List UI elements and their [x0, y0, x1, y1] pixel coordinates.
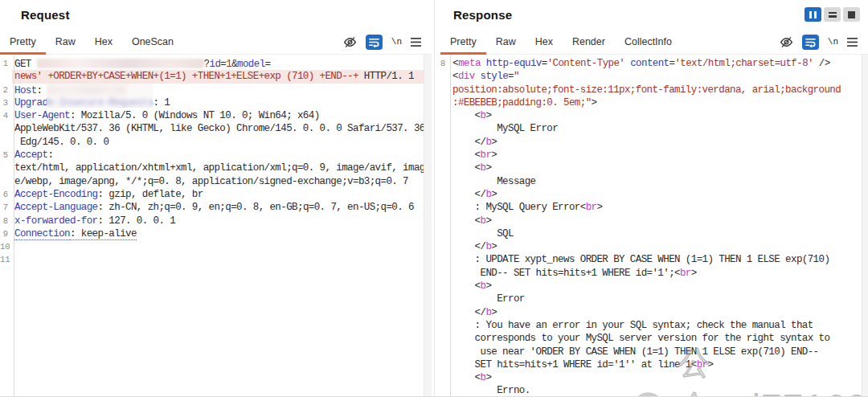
code-line[interactable]: <b> [440, 371, 868, 384]
gutter-divider [450, 55, 451, 396]
redacted-text [37, 59, 204, 68]
code-line[interactable]: SQL [440, 227, 868, 240]
layout-rows-button[interactable] [824, 7, 841, 22]
newline-icon[interactable]: \n [391, 37, 402, 47]
hide-icon[interactable] [343, 36, 357, 48]
newline-icon[interactable]: \n [828, 37, 838, 47]
request-scrollbar[interactable] [424, 55, 432, 396]
line-number: 7 [0, 201, 12, 214]
code-line[interactable]: MySQL Error [440, 122, 868, 135]
response-scrollbar[interactable] [862, 55, 868, 396]
line-number: 10 [0, 240, 14, 253]
menu-icon[interactable] [411, 38, 421, 47]
response-panel-title: Response [453, 8, 512, 22]
layout-columns-button[interactable] [805, 7, 821, 22]
tab-raw[interactable]: Raw [486, 29, 526, 54]
code-line[interactable]: corresponds to your MySQL server version… [440, 332, 868, 345]
line-number [0, 122, 12, 135]
code-line[interactable]: e/webp, image/apng, */*;q=0. 8, applicat… [0, 175, 424, 188]
code-line[interactable]: <br> [440, 149, 868, 162]
tab-raw[interactable]: Raw [46, 29, 85, 54]
code-line[interactable]: 8<meta http-equiv='Content-Type' content… [440, 57, 868, 70]
tab-render[interactable]: Render [563, 29, 615, 54]
redaction-blur [47, 84, 153, 108]
line-number [440, 70, 448, 83]
code-line[interactable]: Error [440, 293, 868, 305]
request-panel: Request Pretty Raw Hex OneScan \n 1GET ?… [0, 0, 432, 396]
code-line[interactable]: 5Accept: [0, 149, 424, 162]
code-line[interactable]: <b> [440, 280, 868, 293]
code-line[interactable]: 7Accept-Language: zh-CN, zh;q=0. 9, en;q… [0, 201, 424, 214]
line-number [440, 109, 448, 122]
response-view-icons: \n [780, 29, 858, 55]
response-editor[interactable]: 8<meta http-equiv='Content-Type' content… [440, 55, 868, 396]
tab-collectinfo[interactable]: CollectInfo [615, 29, 682, 54]
code-line[interactable]: SET hits=hits+1 WHERE id='1'' at line 1<… [440, 358, 868, 371]
code-line[interactable]: <b> [440, 109, 868, 122]
code-line[interactable]: </b> [440, 306, 868, 319]
code-line[interactable]: position:absolute;font-size:11px;font-fa… [440, 84, 868, 96]
line-number: 2 [0, 84, 12, 96]
request-view-icons: \n [343, 29, 421, 55]
code-line[interactable]: :#EBEBEB;padding:0. 5em;"> [440, 96, 868, 109]
tab-pretty[interactable]: Pretty [440, 29, 486, 54]
line-number [440, 162, 448, 174]
code-line[interactable]: END-- SET hits=hits+1 WHERE id='1';<br> [440, 267, 868, 280]
code-line[interactable]: news' +ORDER+BY+CASE+WHEN+(1=1) +THEN+1+… [0, 70, 424, 83]
code-line[interactable]: text/html, application/xhtml+xml, applic… [0, 162, 424, 174]
tab-hex[interactable]: Hex [526, 29, 563, 54]
panel-divider [434, 0, 435, 396]
wrap-icon[interactable] [802, 35, 819, 50]
code-line[interactable]: : MySQL Query Error<br> [440, 201, 868, 214]
code-line[interactable]: </b> [440, 188, 868, 201]
layout-single-button[interactable] [843, 7, 860, 22]
code-line[interactable]: <b> [440, 162, 868, 174]
line-number [0, 136, 12, 149]
wrap-icon[interactable] [366, 35, 383, 50]
tab-onescan[interactable]: OneScan [122, 29, 183, 54]
code-line[interactable]: 4User-Agent: Mozilla/5. 0 (Windows NT 10… [0, 109, 424, 122]
code-line[interactable]: Edg/145. 0. 0. 0 [0, 136, 424, 149]
line-number [440, 253, 448, 266]
line-number [0, 70, 12, 83]
menu-icon[interactable] [847, 38, 858, 47]
hide-icon[interactable] [780, 36, 793, 48]
code-line[interactable]: use near 'ORDER BY CASE WHEN (1=1) THEN … [440, 346, 868, 358]
line-number [440, 358, 448, 371]
code-line[interactable]: <div style=" [440, 70, 868, 83]
code-line[interactable]: 9Connection: keep-alive [0, 227, 424, 240]
code-line[interactable]: 1GET ?id=1&model= [0, 57, 424, 70]
line-number [440, 201, 448, 214]
request-editor[interactable]: 1GET ?id=1&model=news' +ORDER+BY+CASE+WH… [0, 55, 424, 396]
tab-pretty[interactable]: Pretty [0, 29, 46, 54]
code-line[interactable]: : UPDATE xypt_news ORDER BY CASE WHEN (1… [440, 253, 868, 266]
gutter-divider [14, 55, 14, 396]
code-line[interactable]: Errno. [440, 384, 868, 396]
code-line[interactable]: 11 [0, 253, 424, 266]
line-number [0, 175, 12, 188]
line-number [440, 319, 448, 332]
line-number: 11 [0, 253, 14, 266]
line-number: 1 [0, 57, 12, 70]
response-title-row: Response [440, 0, 868, 29]
line-number [440, 346, 448, 358]
code-line[interactable]: AppleWebKit/537. 36 (KHTML, like Gecko) … [0, 122, 424, 135]
code-line[interactable]: <b> [440, 215, 868, 227]
response-panel: Response Pretty Raw Hex Render CollectIn… [440, 0, 868, 396]
response-code: 8<meta http-equiv='Content-Type' content… [440, 57, 868, 396]
line-number [440, 384, 448, 396]
line-number [440, 267, 448, 280]
tab-hex[interactable]: Hex [85, 29, 122, 54]
code-line[interactable]: : You have an error in your SQL syntax; … [440, 319, 868, 332]
code-line[interactable]: 6Accept-Encoding: gzip, deflate, br [0, 188, 424, 201]
code-line[interactable]: 8x-forwarded-for: 127. 0. 0. 1 [0, 215, 424, 227]
line-number [440, 332, 448, 345]
code-line[interactable]: Message [440, 175, 868, 188]
line-number [440, 293, 448, 305]
code-line[interactable]: </b> [440, 240, 868, 253]
line-number: 8 [440, 57, 448, 70]
line-number [440, 188, 448, 201]
code-line[interactable]: </b> [440, 136, 868, 149]
line-number [440, 96, 448, 109]
code-line[interactable]: 10 [0, 240, 424, 253]
